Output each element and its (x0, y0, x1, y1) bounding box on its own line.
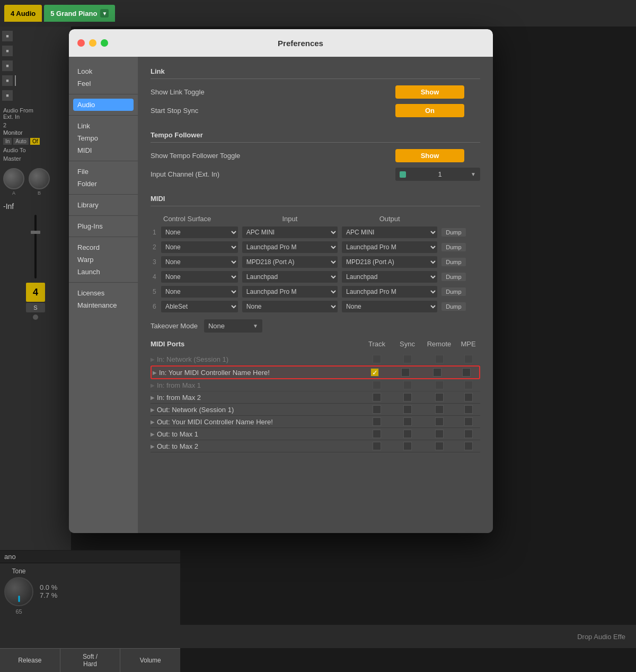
port-mpe-checkbox[interactable] (464, 417, 473, 426)
takeover-dropdown[interactable]: None ▼ (204, 319, 262, 333)
tone-knob[interactable] (4, 577, 33, 606)
sidebar-item-record[interactable]: Record (69, 241, 138, 254)
midi-output-dropdown[interactable]: Launchpad Pro M (342, 286, 437, 298)
midi-input-dropdown[interactable]: APC MINI (242, 226, 338, 238)
dump-button[interactable]: Dump (441, 228, 465, 237)
port-mpe-checkbox[interactable] (464, 381, 473, 389)
track-tab-piano[interactable]: 5 Grand Piano ▼ (44, 5, 115, 22)
sidebar-item-licenses[interactable]: Licenses (69, 287, 138, 299)
midi-surface-dropdown[interactable]: None (161, 241, 238, 253)
port-remote-checkbox[interactable] (435, 393, 444, 402)
port-track-checkbox[interactable] (373, 417, 381, 426)
midi-input-dropdown[interactable]: Launchpad Pro M (242, 286, 338, 298)
port-sync-checkbox[interactable] (403, 355, 412, 363)
port-remote-checkbox[interactable] (435, 442, 444, 450)
sidebar-item-plugins[interactable]: Plug-Ins (69, 220, 138, 232)
start-stop-sync-button[interactable]: On (395, 104, 464, 117)
release-button[interactable]: Release (0, 648, 60, 672)
port-expand-button[interactable]: ▶ (151, 395, 155, 400)
sidebar-item-file[interactable]: File (69, 165, 138, 178)
port-mpe-checkbox[interactable] (464, 405, 473, 414)
sidebar-item-link[interactable]: Link (69, 120, 138, 132)
midi-output-dropdown[interactable]: Launchpad (342, 271, 437, 283)
sidebar-item-midi[interactable]: MIDI (69, 144, 138, 156)
port-expand-button[interactable]: ▶ (151, 356, 155, 362)
port-remote-checkbox[interactable] (435, 405, 444, 414)
midi-output-dropdown[interactable]: MPD218 (Port A) (342, 256, 437, 268)
off-button[interactable]: Of (30, 138, 40, 145)
midi-output-dropdown[interactable]: APC MINI (342, 226, 437, 238)
midi-surface-dropdown[interactable]: None (161, 271, 238, 283)
port-expand-button[interactable]: ▶ (151, 407, 155, 413)
port-sync-checkbox[interactable] (403, 393, 412, 402)
show-tempo-follower-button[interactable]: Show (395, 149, 464, 162)
port-track-checkbox[interactable] (373, 355, 381, 363)
track-mini-btn-5[interactable]: ■ (2, 90, 13, 101)
soft-hard-button[interactable]: Soft /Hard (60, 648, 121, 672)
fader-handle[interactable] (31, 231, 40, 234)
dump-button[interactable]: Dump (441, 302, 465, 311)
auto-button[interactable]: Auto (13, 138, 29, 145)
dump-button[interactable]: Dump (441, 287, 465, 296)
track-tab-audio[interactable]: 4 Audio (4, 5, 42, 22)
port-mpe-checkbox[interactable] (462, 368, 471, 377)
maximize-button[interactable] (101, 39, 108, 47)
port-expand-button[interactable]: ▶ (151, 419, 155, 425)
midi-surface-dropdown[interactable]: AbleSet (161, 301, 238, 312)
port-sync-checkbox[interactable] (403, 442, 412, 450)
port-remote-checkbox[interactable] (435, 417, 444, 426)
sidebar-item-feel[interactable]: Feel (69, 77, 138, 90)
dump-button[interactable]: Dump (441, 243, 465, 251)
s-button[interactable]: S (26, 303, 45, 312)
port-track-checkbox[interactable] (373, 430, 381, 438)
midi-input-dropdown[interactable]: Launchpad (242, 271, 338, 283)
port-track-checkbox[interactable] (373, 381, 381, 389)
port-sync-checkbox[interactable] (403, 430, 412, 438)
in-button[interactable]: In (3, 138, 12, 145)
midi-surface-dropdown[interactable]: None (161, 226, 238, 238)
port-sync-checkbox[interactable] (401, 368, 410, 377)
sidebar-item-warp[interactable]: Warp (69, 254, 138, 266)
track-mini-btn-1[interactable]: ■ (2, 31, 13, 41)
sidebar-item-look[interactable]: Look (69, 65, 138, 77)
port-expand-button[interactable]: ▶ (151, 382, 155, 388)
sidebar-item-tempo[interactable]: Tempo (69, 132, 138, 144)
port-mpe-checkbox[interactable] (464, 355, 473, 363)
midi-surface-dropdown[interactable]: None (161, 286, 238, 298)
port-mpe-checkbox[interactable] (464, 393, 473, 402)
port-remote-checkbox[interactable] (435, 430, 444, 438)
sidebar-item-folder[interactable]: Folder (69, 178, 138, 190)
port-mpe-checkbox[interactable] (464, 442, 473, 450)
midi-input-dropdown[interactable]: MPD218 (Port A) (242, 256, 338, 268)
port-remote-checkbox[interactable] (433, 368, 441, 377)
port-track-checkbox[interactable] (373, 405, 381, 414)
track-mini-btn-3[interactable]: ■ (2, 60, 13, 71)
midi-input-dropdown[interactable]: Launchpad Pro M (242, 241, 338, 253)
show-link-toggle-button[interactable]: Show (395, 85, 464, 99)
sidebar-item-library[interactable]: Library (69, 199, 138, 211)
port-expand-button[interactable]: ▶ (153, 370, 157, 376)
minimize-button[interactable] (89, 39, 96, 47)
midi-surface-dropdown[interactable]: None (161, 256, 238, 268)
sidebar-item-launch[interactable]: Launch (69, 266, 138, 278)
midi-output-dropdown[interactable]: None (342, 301, 437, 312)
dump-button[interactable]: Dump (441, 258, 465, 266)
port-sync-checkbox[interactable] (403, 417, 412, 426)
port-track-checkbox[interactable] (373, 442, 381, 450)
midi-input-dropdown[interactable]: None (242, 301, 338, 312)
send-knob-a[interactable] (3, 168, 24, 189)
midi-output-dropdown[interactable]: Launchpad Pro M (342, 241, 437, 253)
port-remote-checkbox[interactable] (435, 381, 444, 389)
volume-button[interactable]: Volume (120, 648, 180, 672)
track-tab-piano-dropdown[interactable]: ▼ (100, 9, 109, 18)
port-mpe-checkbox[interactable] (464, 430, 473, 438)
port-expand-button[interactable]: ▶ (151, 431, 155, 437)
close-button[interactable] (77, 39, 85, 47)
track-mini-btn-2[interactable]: ■ (2, 46, 13, 56)
port-sync-checkbox[interactable] (403, 405, 412, 414)
sidebar-item-audio[interactable]: Audio (73, 99, 134, 111)
dump-button[interactable]: Dump (441, 273, 465, 281)
send-knob-b[interactable] (29, 168, 50, 189)
input-channel-dropdown[interactable]: 1 ▼ (395, 168, 480, 181)
port-remote-checkbox[interactable] (435, 355, 444, 363)
